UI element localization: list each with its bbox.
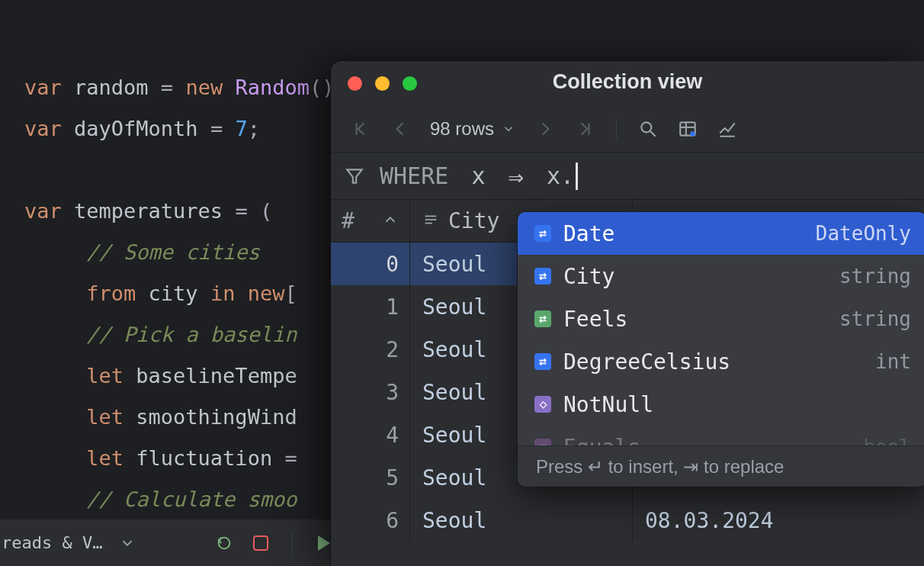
extension-method-icon: ◇ (533, 394, 553, 414)
titlebar[interactable]: Collection view (331, 61, 924, 105)
chevron-down-icon (502, 122, 515, 136)
autocomplete-popup: ⇄ Date DateOnly ⇄ City string ⇄ Feels st… (518, 212, 924, 487)
columns-icon[interactable] (678, 119, 698, 139)
number-literal: 7 (235, 117, 247, 140)
filter-bar: WHERE x ⇒ x. (331, 153, 924, 200)
table-row[interactable]: 6 Seoul 08.03.2024 (331, 499, 924, 542)
maximize-window-button[interactable] (403, 76, 417, 91)
filter-keyword: WHERE (380, 162, 448, 189)
autocomplete-item[interactable]: ⇄ City string (518, 255, 924, 297)
field-icon: ⇄ (533, 309, 553, 329)
cell-index: 0 (331, 243, 410, 285)
field-icon: ⇄ (533, 352, 553, 371)
identifier: random (74, 76, 149, 99)
last-page-icon[interactable] (575, 119, 595, 139)
autocomplete-item[interactable]: ◇ NotNull (518, 383, 924, 426)
autocomplete-item[interactable]: ⇄ DegreeCelsius int (518, 340, 924, 383)
restart-debug-icon[interactable] (213, 532, 236, 555)
field-icon: ⇄ (533, 224, 553, 243)
text-column-icon (422, 208, 439, 233)
window-controls (348, 76, 417, 91)
chevron-down-icon[interactable] (116, 532, 139, 555)
row-count-dropdown[interactable]: 98 rows (430, 118, 515, 140)
svg-line-4 (650, 131, 656, 137)
minimize-window-button[interactable] (375, 76, 390, 91)
row-count-label: 98 rows (430, 118, 494, 140)
field-icon: ⇄ (533, 266, 553, 286)
svg-point-8 (690, 131, 695, 137)
stop-debug-icon[interactable] (249, 532, 272, 555)
close-window-button[interactable] (348, 76, 362, 91)
toolbar: 98 rows (331, 105, 924, 153)
filter-icon[interactable] (345, 166, 364, 186)
separator (616, 117, 617, 140)
text-cursor (576, 162, 578, 190)
filter-expression-input[interactable]: WHERE x ⇒ x. (380, 161, 578, 191)
threads-dropdown-label[interactable]: reads & V… (2, 533, 102, 552)
comment: // Some cities (86, 240, 260, 264)
svg-marker-9 (347, 169, 362, 182)
autocomplete-item[interactable]: ⇄ Feels string (518, 297, 924, 340)
next-page-icon[interactable] (535, 119, 555, 139)
separator (292, 532, 293, 555)
prev-page-icon[interactable] (390, 119, 410, 139)
autocomplete-item[interactable]: ⇄ Date DateOnly (518, 212, 924, 255)
type-name: Random (235, 76, 310, 99)
keyword: var (24, 76, 62, 99)
window-title: Collection view (553, 70, 703, 94)
lambda-arrow-icon: ⇒ (509, 161, 524, 191)
search-icon[interactable] (638, 119, 658, 139)
column-header-index[interactable]: # (331, 200, 410, 242)
sort-asc-icon[interactable] (382, 208, 399, 233)
chart-icon[interactable] (717, 119, 737, 139)
debug-bar: reads & V… (0, 519, 335, 566)
svg-point-3 (641, 122, 651, 132)
first-page-icon[interactable] (351, 119, 371, 139)
autocomplete-hint: Press ↵ to insert, ⇥ to replace (518, 445, 924, 487)
